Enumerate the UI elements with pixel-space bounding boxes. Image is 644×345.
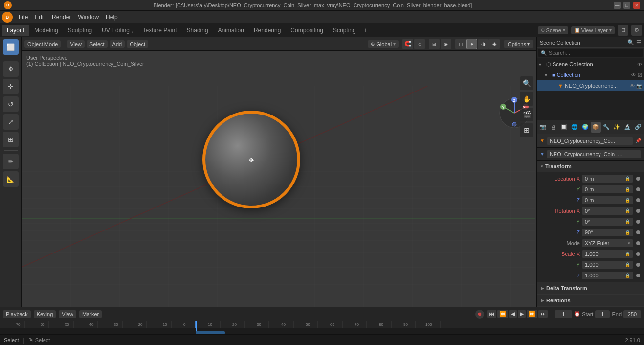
pan-button[interactable]: ✋ <box>520 92 533 106</box>
prev-keyframe-button[interactable]: ⏪ <box>497 310 508 318</box>
location-x-input[interactable]: 0 m 🔒 <box>582 175 633 183</box>
zoom-button[interactable]: 🔍 <box>520 76 533 90</box>
record-button[interactable]: ⏺ <box>475 310 484 319</box>
object-props-tab[interactable]: 📦 <box>591 122 601 133</box>
outliner-restriction-icon[interactable]: ☰ <box>636 39 641 46</box>
viewport-mode-button[interactable]: Object Mode <box>24 40 61 48</box>
rotation-x-dot[interactable] <box>636 209 640 213</box>
rotation-z-input[interactable]: 90° 🔒 <box>582 229 633 236</box>
playback-button[interactable]: Playback <box>3 310 31 318</box>
scene-collection-visibility[interactable]: 👁 <box>637 62 642 67</box>
close-button[interactable]: ✕ <box>633 2 640 9</box>
menu-file[interactable]: File <box>16 13 31 22</box>
preferences-button[interactable]: ⚙ <box>631 25 642 36</box>
viewport-view-button[interactable]: View <box>67 40 85 48</box>
camera-view-button[interactable]: 🎬 <box>520 108 533 121</box>
tab-texture-paint[interactable]: Texture Paint <box>137 25 181 36</box>
outliner-search-input[interactable] <box>549 50 640 56</box>
mesh-name-input[interactable] <box>547 150 641 158</box>
transform-orientation-button[interactable]: ⊕ Global ▾ <box>368 40 399 48</box>
object-render-visibility[interactable]: 📷 <box>636 83 642 89</box>
viewport-options-button[interactable]: Options ▾ <box>504 40 533 48</box>
toggle-view-button[interactable]: ⊞ <box>520 123 533 137</box>
object-visibility[interactable]: 👁 <box>630 83 635 89</box>
transform-tool[interactable]: ⊞ <box>3 132 19 147</box>
scale-z-input[interactable]: 1.000 🔒 <box>582 272 633 279</box>
menu-edit[interactable]: Edit <box>32 13 48 22</box>
minimize-button[interactable]: — <box>614 2 621 9</box>
viewport[interactable]: Object Mode View Select Add Object ⊕ Glo… <box>22 37 536 307</box>
wireframe-shading[interactable]: ◻ <box>455 39 466 49</box>
add-workspace-button[interactable]: + <box>361 26 370 35</box>
timeline-scrubber[interactable]: -70 -60 -50 -40 -30 -20 -10 0 10 20 30 4… <box>0 321 644 334</box>
start-frame-input[interactable] <box>595 310 610 318</box>
transform-section-header[interactable]: ▾ Transform <box>537 161 644 172</box>
move-tool[interactable]: ✛ <box>3 79 19 94</box>
rotation-z-dot[interactable] <box>636 230 640 234</box>
rotation-mode-select[interactable]: XYZ Euler ▾ <box>582 239 633 247</box>
collection-exclude[interactable]: ☑ <box>638 72 642 78</box>
rotation-y-dot[interactable] <box>636 220 640 224</box>
3d-coin-object[interactable] <box>202 111 300 208</box>
render-properties-button[interactable]: ⊞ <box>618 25 628 36</box>
rotation-y-input[interactable]: 0° 🔒 <box>582 218 633 226</box>
scale-y-input[interactable]: 1.000 🔒 <box>582 261 633 269</box>
timeline-view-button[interactable]: View <box>59 310 76 318</box>
outliner-search[interactable]: 🔍 <box>538 49 643 57</box>
proportional-edit-button[interactable]: ○ <box>414 39 425 49</box>
tab-sculpting[interactable]: Sculpting <box>63 25 97 36</box>
menu-window[interactable]: Window <box>75 13 102 22</box>
relations-header[interactable]: ▶ Relations <box>537 295 644 306</box>
outliner-row-collection[interactable]: ▾ ■ Collection 👁 ☑ <box>537 69 644 80</box>
menu-render[interactable]: Render <box>49 13 74 22</box>
jump-start-button[interactable]: ⏮ <box>487 310 496 318</box>
marker-button[interactable]: Marker <box>79 310 102 318</box>
scale-x-input[interactable]: 1.000 🔒 <box>582 250 633 258</box>
scale-y-dot[interactable] <box>636 263 640 267</box>
outliner-filter-icon[interactable]: 🔍 <box>627 39 634 46</box>
modifier-props-tab[interactable]: 🔧 <box>601 122 612 133</box>
collection-visibility[interactable]: 👁 <box>631 72 636 78</box>
play-back-button[interactable]: ◀ <box>509 310 517 318</box>
rotate-tool[interactable]: ↺ <box>3 96 19 112</box>
viewport-add-button[interactable]: Add <box>110 40 125 48</box>
scene-props-tab[interactable]: 🌐 <box>570 122 580 133</box>
scale-z-dot[interactable] <box>636 274 640 277</box>
view-layer-value[interactable]: View Layer <box>581 27 608 33</box>
particle-props-tab[interactable]: ✨ <box>612 122 622 133</box>
tab-rendering[interactable]: Rendering <box>249 25 286 36</box>
viewport-gizmos-button[interactable]: ⊞ <box>429 39 440 49</box>
location-x-dot[interactable] <box>636 177 640 181</box>
tab-uv-editing[interactable]: UV Editing , <box>97 25 137 36</box>
rotation-x-input[interactable]: 0° 🔒 <box>582 207 633 215</box>
location-y-input[interactable]: 0 m 🔒 <box>582 185 633 193</box>
tab-scripting[interactable]: Scripting <box>328 25 361 36</box>
keying-button[interactable]: Keying <box>34 310 56 318</box>
scale-x-dot[interactable] <box>636 252 640 256</box>
tab-modeling[interactable]: Modeling <box>29 25 63 36</box>
rendered-shading[interactable]: ◉ <box>489 39 500 49</box>
cursor-tool[interactable]: ✥ <box>3 61 19 77</box>
select-tool[interactable]: ⬜ <box>3 39 19 55</box>
object-name-input[interactable] <box>547 137 633 145</box>
snap-button[interactable]: 🧲 <box>402 39 413 49</box>
measure-tool[interactable]: 📐 <box>3 171 19 187</box>
physics-props-tab[interactable]: 🔬 <box>622 122 633 133</box>
play-button[interactable]: ▶ <box>518 310 526 318</box>
outliner-row-object[interactable]: ▼ NEO_Cryptocurrenc... 👁 📷 <box>537 80 644 91</box>
current-frame-input[interactable] <box>555 310 572 318</box>
rotation-mode-dot[interactable] <box>636 241 640 245</box>
menu-help[interactable]: Help <box>103 13 121 22</box>
scene-value[interactable]: Scene <box>546 27 561 33</box>
scale-tool[interactable]: ⤢ <box>3 114 19 130</box>
outliner-row-scene-collection[interactable]: ▾ ⬡ Scene Collection 👁 <box>537 59 644 69</box>
location-z-input[interactable]: 0 m 🔒 <box>582 196 633 204</box>
pin-object-button[interactable]: 📌 <box>635 138 641 143</box>
tab-animation[interactable]: Animation <box>213 25 249 36</box>
tab-layout[interactable]: Layout <box>2 25 29 36</box>
view-layer-props-tab[interactable]: 🔲 <box>559 122 569 133</box>
tab-compositing[interactable]: Compositing <box>286 25 328 36</box>
tab-shading[interactable]: Shading <box>182 25 213 36</box>
viewport-object-button[interactable]: Object <box>127 40 148 48</box>
annotate-tool[interactable]: ✏ <box>3 154 19 169</box>
